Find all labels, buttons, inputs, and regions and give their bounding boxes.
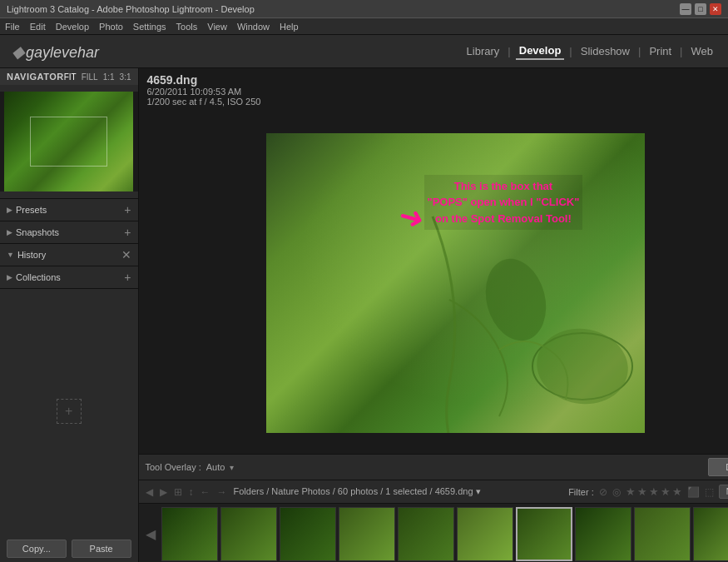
navigator-thumbnail <box>4 92 133 191</box>
toolbar-right: Done <box>708 458 728 476</box>
flag-filter-icon: ⬚ <box>705 486 714 498</box>
filmstrip-thumb-2[interactable] <box>220 507 277 561</box>
tool-overlay-value: Auto <box>206 462 225 472</box>
maximize-button[interactable]: □ <box>695 3 706 15</box>
filmstrip-thumb-4[interactable] <box>339 507 395 561</box>
presets-label: Presets <box>16 205 47 215</box>
menu-settings[interactable]: Settings <box>133 22 166 32</box>
color-filter-icon: ⬛ <box>687 486 700 498</box>
nav-fill[interactable]: FILL <box>82 72 98 82</box>
nav-links: Library | Develop | Slideshow | Print | … <box>463 42 716 60</box>
menu-window[interactable]: Window <box>237 22 270 32</box>
bottom-action-buttons: Copy... Paste <box>0 533 138 562</box>
filmstrip-thumb-1[interactable] <box>161 507 218 561</box>
menu-tools[interactable]: Tools <box>176 22 198 32</box>
filmstrip-thumb-7[interactable] <box>516 507 572 561</box>
presets-arrow-icon: ▶ <box>7 206 12 214</box>
top-nav: ◆gaylevehar Library | Develop | Slidesho… <box>0 35 728 68</box>
prev-page-icon[interactable]: ◀ <box>146 486 153 498</box>
navigator-title: Navigator <box>7 72 64 82</box>
filmstrip-left-nav[interactable]: ◀ <box>142 526 159 542</box>
star-4-icon: ★ <box>661 485 671 498</box>
annotation-box: This is the box that"POPS" open when I "… <box>424 175 583 231</box>
filmstrip-thumb-10[interactable] <box>693 507 729 561</box>
forward-icon[interactable]: → <box>217 486 227 498</box>
tool-overlay-dropdown-icon: ▾ <box>230 463 234 472</box>
filmstrip-thumb-9[interactable] <box>634 507 691 561</box>
nav-1-1[interactable]: 1:1 <box>103 72 115 82</box>
menu-file[interactable]: File <box>5 22 20 32</box>
menu-bar: File Edit Develop Photo Settings Tools V… <box>0 18 728 35</box>
title-text: Lightroom 3 Catalog - Adobe Photoshop Li… <box>7 4 255 14</box>
filmstrip-thumb-5[interactable] <box>398 507 454 561</box>
toolbar-row: Tool Overlay : Auto ▾ Done <box>139 454 729 480</box>
star-rating-filter: ★ ★ ★ ★ ★ <box>626 485 682 498</box>
presets-row[interactable]: ▶ Presets + <box>0 199 138 221</box>
snapshots-label: Snapshots <box>16 227 59 237</box>
menu-photo[interactable]: Photo <box>99 22 123 32</box>
snapshots-row[interactable]: ▶ Snapshots + <box>0 221 138 243</box>
nav-web[interactable]: Web <box>688 43 717 59</box>
menu-edit[interactable]: Edit <box>30 22 46 32</box>
main-image: This is the box that"POPS" open when I "… <box>266 133 645 433</box>
collections-label: Collections <box>16 272 61 282</box>
nav-library[interactable]: Library <box>463 43 503 59</box>
sort-icon[interactable]: ↕ <box>189 486 194 498</box>
collections-row[interactable]: ▶ Collections + <box>0 266 138 288</box>
star-1-icon: ★ <box>626 485 636 498</box>
filter-target-icon: ◎ <box>612 486 621 498</box>
close-button[interactable]: ✕ <box>710 3 721 15</box>
filmstrip-thumb-3[interactable] <box>280 507 336 561</box>
history-row[interactable]: ▼ History ✕ <box>0 244 138 266</box>
collections-plus-icon: + <box>65 404 72 419</box>
collections-arrow-icon: ▶ <box>7 273 12 281</box>
navigator-content <box>0 92 138 191</box>
app-logo: ◆gaylevehar <box>12 42 99 62</box>
collections-section: ▶ Collections + <box>0 266 138 289</box>
copy-button[interactable]: Copy... <box>7 540 67 558</box>
no-filter-button[interactable]: No Filter <box>719 485 728 499</box>
nav-fit[interactable]: FIT <box>64 72 77 82</box>
star-3-icon: ★ <box>649 485 659 498</box>
image-info: 4659.dng 6/20/2011 10:09:53 AM 1/200 sec… <box>139 68 729 112</box>
toolbar-left: Tool Overlay : Auto ▾ <box>146 462 235 472</box>
navigator-section: Navigator FIT FILL 1:1 3:1 <box>0 68 138 199</box>
folder-path: Folders / Nature Photos / 60 photos / 1 … <box>234 486 481 497</box>
image-container: This is the box that"POPS" open when I "… <box>139 112 729 454</box>
back-icon[interactable]: ← <box>201 486 210 498</box>
navigator-header[interactable]: Navigator FIT FILL 1:1 3:1 <box>0 68 138 85</box>
presets-section: ▶ Presets + <box>0 199 138 221</box>
window-controls: — □ ✕ <box>680 3 721 15</box>
bottom-toolbar: ◀ ▶ ⊞ ↕ ← → Folders / Nature Photos / 60… <box>139 480 729 503</box>
done-button[interactable]: Done <box>708 458 728 476</box>
star-5-icon: ★ <box>672 485 682 498</box>
filmstrip-thumb-6[interactable] <box>457 507 513 561</box>
nav-print[interactable]: Print <box>646 43 675 59</box>
snapshots-section: ▶ Snapshots + <box>0 221 138 244</box>
tool-overlay-label: Tool Overlay : <box>146 462 201 472</box>
next-page-icon[interactable]: ▶ <box>160 486 167 498</box>
nav-slideshow[interactable]: Slideshow <box>577 43 633 59</box>
nav-develop[interactable]: Develop <box>516 42 565 60</box>
minimize-button[interactable]: — <box>680 3 691 15</box>
empty-collections-area: + <box>0 289 138 533</box>
star-2-icon: ★ <box>637 485 647 498</box>
menu-develop[interactable]: Develop <box>56 22 89 32</box>
collections-add-icon[interactable]: + <box>124 271 131 284</box>
content-area: Navigator FIT FILL 1:1 3:1 ▶ <box>0 68 728 562</box>
filter-off-icon: ⊘ <box>599 486 607 498</box>
svg-point-2 <box>531 321 634 411</box>
snapshots-add-icon[interactable]: + <box>124 226 131 239</box>
paste-button[interactable]: Paste <box>72 540 131 558</box>
filter-area: Filter : ⊘ ◎ ★ ★ ★ ★ ★ ⬛ ⬚ No Filter <box>568 485 728 499</box>
image-exposure: 1/200 sec at f / 4.5, ISO 250 <box>147 97 729 107</box>
grid-view-icon[interactable]: ⊞ <box>174 486 182 498</box>
center-panel: 4659.dng 6/20/2011 10:09:53 AM 1/200 sec… <box>139 68 729 562</box>
left-panel: Navigator FIT FILL 1:1 3:1 ▶ <box>0 68 139 562</box>
nav-3-1[interactable]: 3:1 <box>120 72 131 82</box>
history-close-icon[interactable]: ✕ <box>121 248 131 261</box>
presets-add-icon[interactable]: + <box>124 203 131 216</box>
menu-view[interactable]: View <box>207 22 227 32</box>
menu-help[interactable]: Help <box>280 22 299 32</box>
filmstrip-thumb-8[interactable] <box>575 507 631 561</box>
